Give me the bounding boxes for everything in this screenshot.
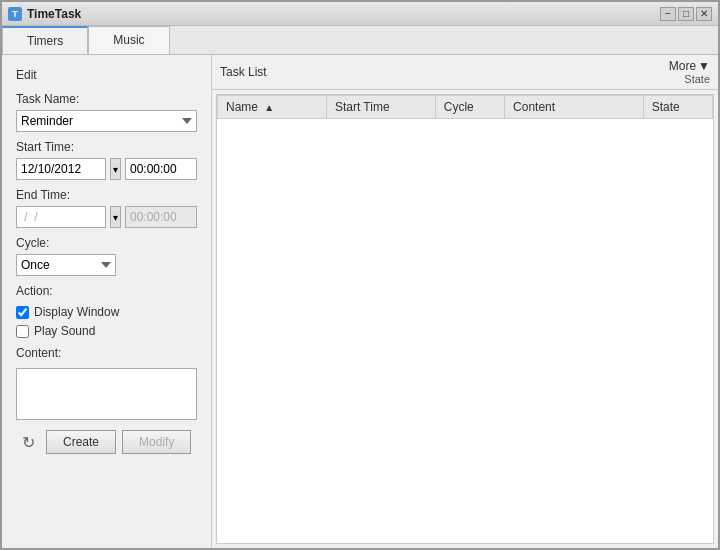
col-header-start-time: Start Time <box>326 96 435 119</box>
start-date-picker-button[interactable]: ▾ <box>110 158 121 180</box>
left-panel: Edit Task Name: Reminder Alarm Event Sta… <box>2 55 212 548</box>
play-sound-checkbox[interactable] <box>16 325 29 338</box>
end-date-picker-button[interactable]: ▾ <box>110 206 121 228</box>
end-time-label: End Time: <box>16 188 197 202</box>
main-window: T TimeTask − □ ✕ Timers Music Edit Task … <box>0 0 720 550</box>
display-window-row: Display Window <box>16 305 197 319</box>
more-state-area: More ▼ State <box>669 59 710 85</box>
window-controls: − □ ✕ <box>660 7 712 21</box>
titlebar: T TimeTask − □ ✕ <box>2 2 718 26</box>
create-button[interactable]: Create <box>46 430 116 454</box>
tab-music[interactable]: Music <box>88 26 169 54</box>
end-time-row: ▾ <box>16 206 197 228</box>
task-list-header: Task List More ▼ State <box>212 55 718 90</box>
minimize-button[interactable]: − <box>660 7 676 21</box>
tab-timers[interactable]: Timers <box>2 26 88 54</box>
start-time-label: Start Time: <box>16 140 197 154</box>
restore-button[interactable]: □ <box>678 7 694 21</box>
task-table-wrapper: Name ▲ Start Time Cycle Content <box>216 94 714 544</box>
start-date-input[interactable] <box>16 158 106 180</box>
col-header-content: Content <box>505 96 644 119</box>
col-header-state: State <box>643 96 712 119</box>
state-label: State <box>684 73 710 85</box>
col-header-cycle: Cycle <box>435 96 504 119</box>
right-panel: Task List More ▼ State Name ▲ <box>212 55 718 548</box>
cycle-select[interactable]: Once Daily Weekly Monthly <box>16 254 116 276</box>
close-button[interactable]: ✕ <box>696 7 712 21</box>
play-sound-row: Play Sound <box>16 324 197 338</box>
modify-button[interactable]: Modify <box>122 430 191 454</box>
tabbar: Timers Music <box>2 26 718 55</box>
bottom-buttons: ↻ Create Modify <box>16 430 197 454</box>
task-list-title: Task List <box>220 65 267 79</box>
cycle-label: Cycle: <box>16 236 197 250</box>
end-time-input[interactable] <box>125 206 197 228</box>
content-label: Content: <box>16 346 197 360</box>
display-window-label: Display Window <box>34 305 119 319</box>
window-title: TimeTask <box>27 7 660 21</box>
edit-label: Edit <box>16 63 197 84</box>
end-date-input[interactable] <box>16 206 106 228</box>
content-textarea[interactable] <box>16 368 197 420</box>
app-icon: T <box>8 7 22 21</box>
play-sound-label: Play Sound <box>34 324 95 338</box>
table-header-row: Name ▲ Start Time Cycle Content <box>218 96 713 119</box>
table-header: Name ▲ Start Time Cycle Content <box>218 96 713 119</box>
task-table: Name ▲ Start Time Cycle Content <box>217 95 713 119</box>
more-button[interactable]: More ▼ <box>669 59 710 73</box>
task-name-label: Task Name: <box>16 92 197 106</box>
action-label: Action: <box>16 284 197 298</box>
main-content: Edit Task Name: Reminder Alarm Event Sta… <box>2 55 718 548</box>
start-time-row: ▾ <box>16 158 197 180</box>
refresh-button[interactable]: ↻ <box>16 430 40 454</box>
col-header-name[interactable]: Name ▲ <box>218 96 327 119</box>
display-window-checkbox[interactable] <box>16 306 29 319</box>
task-name-select[interactable]: Reminder Alarm Event <box>16 110 197 132</box>
start-time-input[interactable] <box>125 158 197 180</box>
